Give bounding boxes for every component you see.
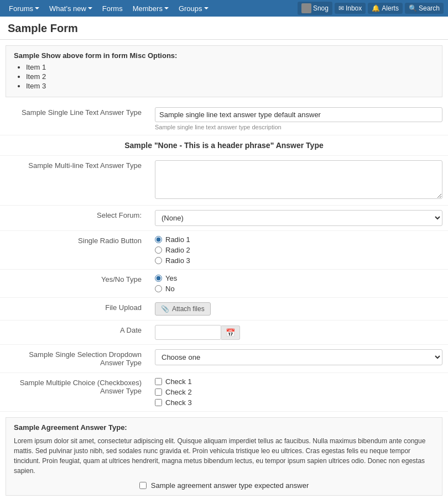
row-select-forum: Select Forum: (None) — [0, 206, 448, 231]
checkbox-option-3[interactable]: Check 3 — [155, 398, 442, 407]
page-wrap: Sample Form Sample Show above form in fo… — [0, 17, 448, 499]
nav-alerts[interactable]: 🔔 Alerts — [368, 3, 403, 14]
field-file-upload: 📎 Attach files — [149, 298, 448, 321]
yesno-yes[interactable]: Yes — [155, 274, 442, 282]
label-radio: Single Radio Button — [0, 231, 149, 270]
field-multi-line — [149, 156, 448, 206]
single-line-description: Sample single line text answer type desc… — [155, 124, 442, 130]
label-yesno: Yes/No Type — [0, 270, 149, 298]
agreement-text: Lorem ipsum dolor sit amet, consectetur … — [14, 436, 434, 476]
radio-input-1[interactable] — [155, 236, 162, 243]
label-checkboxes: Sample Multiple Choice (Checkboxes) Answ… — [0, 373, 149, 412]
calendar-icon: 📅 — [226, 328, 235, 337]
checkbox-option-1[interactable]: Check 1 — [155, 377, 442, 386]
row-single-line: Sample Single Line Text Answer Type Samp… — [0, 103, 448, 135]
list-item: Item 1 — [26, 63, 434, 71]
label-date: A Date — [0, 321, 149, 345]
page-title: Sample Form — [8, 22, 440, 35]
misc-top-box: Sample Show above form in form Misc Opti… — [6, 45, 442, 97]
paperclip-icon: 📎 — [161, 305, 169, 313]
field-radio: Radio 1 Radio 2 Radio 3 — [149, 231, 448, 270]
date-input[interactable] — [155, 325, 221, 340]
page-title-bar: Sample Form — [0, 17, 448, 40]
date-wrap: 📅 — [155, 325, 442, 340]
agreement-checkbox[interactable] — [139, 482, 147, 489]
radio-input-3[interactable] — [155, 257, 162, 264]
row-yesno: Yes/No Type Yes No — [0, 270, 448, 298]
nav-left: Forums What's new Forms Members Groups — [4, 2, 298, 15]
alerts-icon: 🔔 — [372, 4, 380, 12]
row-header-phrase: Sample "None - This is a header phrase" … — [0, 135, 448, 156]
radio-group: Radio 1 Radio 2 Radio 3 — [155, 235, 442, 265]
list-item: Item 2 — [26, 72, 434, 81]
single-line-input[interactable] — [155, 107, 442, 122]
dropdown-select[interactable]: Choose one — [155, 349, 442, 365]
forum-select[interactable]: (None) — [155, 210, 442, 226]
field-checkboxes: Check 1 Check 2 Check 3 — [149, 373, 448, 412]
checkbox-option-2[interactable]: Check 2 — [155, 388, 442, 396]
yesno-no-input[interactable] — [155, 285, 162, 292]
agreement-check-label: Sample agreement answer type expected an… — [151, 481, 309, 490]
row-date: A Date 📅 — [0, 321, 448, 345]
agreement-box: Sample Agreement Answer Type: Lorem ipsu… — [6, 417, 442, 496]
misc-top-list: Item 1 Item 2 Item 3 — [26, 63, 434, 90]
yesno-no[interactable]: No — [155, 285, 442, 293]
label-select-forum: Select Forum: — [0, 206, 149, 231]
nav-user[interactable]: Snog — [298, 2, 332, 15]
radio-option-1[interactable]: Radio 1 — [155, 235, 442, 244]
nav-groups-caret — [204, 7, 209, 9]
row-dropdown: Sample Single Selection Dropdown Answer … — [0, 345, 448, 373]
label-file-upload: File Upload — [0, 298, 149, 321]
nav-inbox[interactable]: ✉ Inbox — [335, 3, 366, 14]
nav-members[interactable]: Members — [128, 2, 173, 15]
nav-right: Snog ✉ Inbox 🔔 Alerts 🔍 Search — [298, 2, 444, 15]
agreement-check-row: Sample agreement answer type expected an… — [14, 481, 434, 490]
radio-option-2[interactable]: Radio 2 — [155, 246, 442, 254]
radio-input-2[interactable] — [155, 246, 162, 254]
label-single-line: Sample Single Line Text Answer Type — [0, 103, 149, 135]
misc-top-title: Sample Show above form in form Misc Opti… — [14, 51, 434, 60]
nav-whats-new[interactable]: What's new — [45, 2, 97, 15]
field-yesno: Yes No — [149, 270, 448, 298]
inbox-icon: ✉ — [338, 4, 344, 12]
nav-groups[interactable]: Groups — [174, 2, 213, 15]
field-date: 📅 — [149, 321, 448, 345]
row-radio: Single Radio Button Radio 1 Radio 2 — [0, 231, 448, 270]
label-multi-line: Sample Multi-line Text Answer Type — [0, 156, 149, 206]
checkbox-input-2[interactable] — [155, 388, 162, 396]
multi-line-input[interactable] — [155, 160, 442, 199]
row-checkboxes: Sample Multiple Choice (Checkboxes) Answ… — [0, 373, 448, 412]
checkbox-input-3[interactable] — [155, 399, 162, 406]
nav-search[interactable]: 🔍 Search — [405, 3, 444, 14]
form-table: Sample Single Line Text Answer Type Samp… — [0, 103, 448, 412]
nav-members-caret — [164, 7, 169, 9]
row-multi-line: Sample Multi-line Text Answer Type — [0, 156, 448, 206]
list-item: Item 3 — [26, 82, 434, 90]
checkbox-group: Check 1 Check 2 Check 3 — [155, 377, 442, 407]
nav-forms[interactable]: Forms — [98, 2, 127, 15]
label-dropdown: Sample Single Selection Dropdown Answer … — [0, 345, 149, 373]
row-file-upload: File Upload 📎 Attach files — [0, 298, 448, 321]
checkbox-input-1[interactable] — [155, 378, 162, 385]
field-select-forum: (None) — [149, 206, 448, 231]
agreement-title: Sample Agreement Answer Type: — [14, 423, 434, 432]
navbar: Forums What's new Forms Members Groups S… — [0, 0, 448, 17]
search-icon: 🔍 — [409, 4, 417, 12]
calendar-button[interactable]: 📅 — [221, 325, 240, 340]
yesno-group: Yes No — [155, 274, 442, 293]
field-dropdown: Choose one — [149, 345, 448, 373]
header-phrase-cell: Sample "None - This is a header phrase" … — [0, 135, 448, 156]
nav-forums-caret — [35, 7, 39, 9]
field-single-line: Sample single line text answer type desc… — [149, 103, 448, 135]
nav-forums[interactable]: Forums — [4, 2, 44, 15]
attach-files-button[interactable]: 📎 Attach files — [155, 302, 211, 316]
yesno-yes-input[interactable] — [155, 275, 162, 282]
form-outer: Sample Show above form in form Misc Opti… — [0, 45, 448, 499]
nav-whats-new-caret — [88, 7, 92, 9]
avatar — [301, 3, 311, 13]
radio-option-3[interactable]: Radio 3 — [155, 256, 442, 265]
